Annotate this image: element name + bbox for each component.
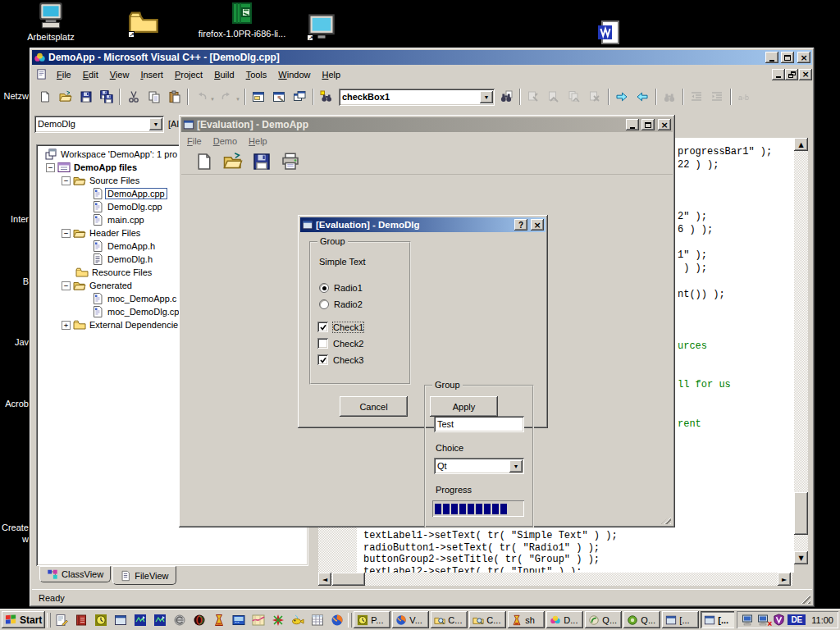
find-combo[interactable]: checkBox1▼	[339, 89, 495, 106]
tab-fileview[interactable]: FileView	[112, 566, 176, 585]
save-button[interactable]	[75, 88, 96, 107]
object-combo[interactable]: DemoDlg ▼	[34, 116, 164, 133]
print-button[interactable]	[281, 152, 300, 171]
app-titlebar[interactable]: [Evaluation] - DemoApp ×	[181, 117, 673, 132]
dlg-help-button[interactable]: ?	[514, 219, 527, 231]
taskbar-grip[interactable]	[47, 613, 51, 628]
search-wizard-button[interactable]	[317, 88, 337, 107]
language-indicator[interactable]: DE	[788, 614, 806, 625]
vscroll-thumb[interactable]	[794, 492, 808, 535]
dlg-titlebar[interactable]: [Evaluation] - DemoDlg ? ×	[300, 217, 546, 232]
taskbar-task-folder-search[interactable]: C...	[469, 611, 506, 628]
maximize-button[interactable]	[781, 52, 794, 63]
quicklaunch-terminal-button[interactable]	[232, 614, 245, 627]
taskbar-task-clock[interactable]: P...	[354, 611, 390, 628]
taskbar-task-firefox[interactable]: V...	[392, 611, 429, 628]
mdi-minimize-button[interactable]	[772, 69, 785, 80]
open-folder-button[interactable]	[55, 88, 75, 107]
quicklaunch-e-browser-button[interactable]	[173, 614, 186, 627]
menu-item-help[interactable]: Help	[316, 67, 346, 82]
quicklaunch-file-transfer-button[interactable]	[153, 614, 167, 627]
cut-button[interactable]	[123, 88, 144, 107]
desktop-icon-word-document[interactable]	[568, 20, 650, 48]
menu-item-window[interactable]: Window	[272, 67, 316, 82]
tree-expander-collapse-icon[interactable]: −	[62, 229, 71, 238]
choice-combobox[interactable]: Qt ▼	[434, 458, 524, 474]
scroll-right-button[interactable]: ►	[778, 573, 791, 586]
menu-item-project[interactable]: Project	[169, 67, 208, 82]
quicklaunch-file-transfer-button[interactable]	[134, 614, 147, 627]
checkbox-check2[interactable]: Check2	[317, 338, 363, 349]
taskbar-task-app-window[interactable]: [...	[701, 611, 734, 628]
quicklaunch-firefox-button[interactable]	[331, 614, 344, 627]
new-document-button[interactable]	[34, 88, 55, 107]
find-combo-dropdown-button[interactable]: ▼	[480, 91, 493, 103]
app-menu-item-demo[interactable]: Demo	[208, 134, 243, 148]
quicklaunch-address-book-button[interactable]	[75, 614, 88, 627]
quicklaunch-fish-button[interactable]	[291, 614, 304, 627]
radio-radio1[interactable]: Radio1	[319, 283, 363, 293]
combo-dropdown-button[interactable]: ▼	[149, 118, 162, 130]
vc-titlebar[interactable]: DemoApp - Microsoft Visual C++ - [DemoDl…	[32, 50, 812, 65]
tree-expander-collapse-icon[interactable]: −	[62, 176, 71, 185]
network-computer-icon[interactable]	[742, 614, 755, 627]
app-minimize-button[interactable]	[626, 119, 639, 130]
tree-expander-collapse-icon[interactable]: −	[62, 281, 71, 290]
desktop-icon-firefox-package[interactable]: firefox-1.0PR-i686-li...	[193, 0, 291, 39]
checkbox-check1[interactable]: Check1	[317, 322, 363, 332]
quicklaunch-show-desktop-button[interactable]	[55, 614, 68, 627]
paste-button[interactable]	[164, 88, 185, 107]
start-button[interactable]: Start	[2, 611, 45, 628]
window-cascade-button[interactable]	[290, 88, 310, 107]
app-resize-grip[interactable]	[661, 515, 671, 524]
quicklaunch-multicolor-star-button[interactable]	[272, 614, 285, 627]
desktop-icon-my-computer[interactable]: Arbeitsplatz	[10, 2, 92, 42]
taskbar-task-quanta[interactable]: Q...	[585, 611, 622, 628]
desktop-icon-display-shortcut[interactable]: ↗	[281, 11, 363, 43]
members-combo-partial[interactable]: [Al	[168, 119, 179, 129]
taskbar-task-vcpp[interactable]: D...	[546, 611, 583, 628]
radio-circle-icon[interactable]	[319, 299, 329, 309]
scroll-left-button[interactable]: ◄	[318, 573, 331, 586]
taskbar-task-app-window[interactable]: [...	[662, 611, 699, 628]
antivirus-shield-icon[interactable]	[773, 614, 785, 626]
copy-button[interactable]	[144, 88, 164, 107]
cancel-button[interactable]: Cancel	[340, 396, 408, 417]
resource-view-button[interactable]	[249, 88, 269, 107]
tree-expander-collapse-icon[interactable]: −	[46, 163, 55, 172]
mdi-close-button[interactable]: ×	[799, 69, 812, 80]
app-menu-item-file[interactable]: File	[181, 134, 208, 148]
find-in-files-button[interactable]	[496, 88, 517, 107]
save-all-button[interactable]	[96, 88, 116, 107]
tab-classview[interactable]: ClassView	[39, 566, 111, 582]
tree-expander-expand-icon[interactable]: +	[62, 321, 71, 330]
choice-dropdown-button[interactable]: ▼	[509, 460, 523, 472]
vertical-scrollbar[interactable]: ▲ ▼	[794, 138, 808, 564]
app-close-button[interactable]: ×	[658, 119, 671, 130]
checkbox-icon[interactable]	[317, 354, 328, 365]
quicklaunch-window-button[interactable]	[114, 614, 127, 627]
desktop-icon-folder-shortcut[interactable]: ↗	[103, 7, 185, 39]
quicklaunch-clock-button[interactable]	[94, 614, 107, 627]
checkbox-icon[interactable]	[317, 338, 328, 349]
nav-back-button[interactable]	[632, 88, 653, 107]
menu-item-edit[interactable]: Edit	[77, 67, 104, 82]
nav-forward-button[interactable]	[612, 88, 632, 107]
taskbar-task-wine[interactable]: sh	[508, 611, 545, 628]
taskbar-task-qt[interactable]: Q...	[623, 611, 660, 628]
taskbar-task-folder-search[interactable]: C...	[431, 611, 468, 628]
scroll-up-button[interactable]: ▲	[794, 138, 808, 151]
radio-circle-icon[interactable]	[319, 283, 329, 293]
app-maximize-button[interactable]	[641, 119, 655, 130]
quicklaunch-map-viewer-button[interactable]	[252, 614, 265, 627]
resize-grip[interactable]	[800, 593, 810, 604]
quicklaunch-spreadsheet-button[interactable]	[311, 614, 324, 627]
menu-item-insert[interactable]: Insert	[135, 67, 169, 82]
checkbox-icon[interactable]	[317, 322, 328, 332]
scroll-down-button[interactable]: ▼	[794, 551, 808, 564]
menu-item-view[interactable]: View	[104, 67, 135, 82]
hscroll-thumb[interactable]	[332, 573, 365, 586]
save-button[interactable]	[252, 152, 272, 171]
minimize-button[interactable]	[765, 52, 778, 63]
new-document-button[interactable]	[194, 152, 214, 171]
